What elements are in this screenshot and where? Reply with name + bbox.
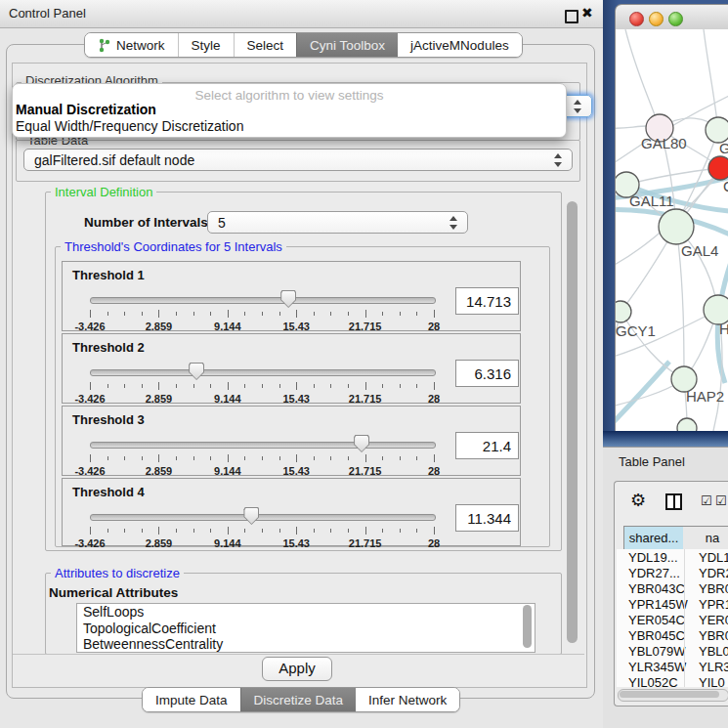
tab-cyni-toolbox[interactable]: Cyni Toolbox	[296, 33, 398, 57]
tick-mark	[107, 456, 108, 460]
slider-thumb[interactable]	[280, 290, 296, 308]
table-rows[interactable]: YDL19...YDL1YDR27...YDR2YBR043CYBR0YPR14…	[617, 549, 728, 687]
gear-icon[interactable]: ⚙	[630, 490, 646, 511]
tick-mark	[416, 384, 417, 388]
table-row[interactable]: YBR043CYBR0	[617, 580, 728, 596]
dropdown-option-manual[interactable]: Manual Discretization	[16, 102, 156, 117]
cell-shared-name: YBL079W	[628, 644, 686, 659]
column-header-name[interactable]: na	[683, 526, 728, 550]
split-columns-icon[interactable]	[665, 493, 682, 510]
scrollbar-thumb[interactable]	[620, 691, 719, 698]
slider-tick-labels: -3.4262.8599.14415.4321.71528	[90, 537, 434, 549]
table-data-combobox[interactable]: galFiltered.sif default node	[23, 149, 573, 171]
float-window-icon[interactable]	[565, 10, 578, 23]
tick-mark	[142, 312, 143, 316]
threshold-value-field[interactable]	[455, 432, 519, 459]
column-header-shared-name[interactable]: shared...	[623, 526, 684, 550]
threshold-panel: Threshold 2 -3.4262.8599.14415.4321.7152…	[62, 333, 521, 404]
table-row[interactable]: YDL19...YDL1	[617, 549, 728, 565]
table-row[interactable]: YDR27...YDR2	[617, 565, 728, 580]
tick-value-label: 15.43	[282, 537, 310, 549]
tick-mark	[262, 529, 263, 533]
slider-ticks	[90, 310, 434, 319]
attributes-group-label: Attributes to discretize	[51, 566, 184, 580]
slider-thumb[interactable]	[189, 363, 204, 380]
checkbox-icon[interactable]: ☑	[701, 493, 713, 508]
threshold-value-field[interactable]	[455, 360, 519, 387]
table-row[interactable]: YER054CYER0	[617, 612, 728, 627]
network-node-label: GCY1	[616, 322, 656, 339]
panel-vertical-scrollbar[interactable]	[567, 201, 578, 643]
tick-mark	[244, 529, 245, 533]
slider-track[interactable]	[90, 442, 436, 449]
table-row[interactable]: YBR045CYBR0	[617, 627, 728, 643]
network-node-gal4[interactable]	[659, 209, 694, 244]
network-view-canvas[interactable]: GAL80GCGAL11GAL4GCY1HHAP2	[615, 29, 728, 431]
tab-jactivemnodules[interactable]: jActiveMNodules	[398, 33, 522, 57]
tick-mark	[434, 382, 435, 390]
minimize-traffic-light-icon[interactable]	[649, 12, 664, 26]
slider-track[interactable]	[90, 297, 436, 304]
tick-mark	[416, 456, 417, 460]
threshold-slider[interactable]: -3.4262.8599.14415.4321.71528	[90, 364, 434, 401]
tab-style[interactable]: Style	[178, 33, 234, 57]
network-node-label: GAL80	[641, 135, 687, 151]
checkbox-icon[interactable]: ☑	[715, 493, 728, 508]
network-node-gcy1[interactable]	[616, 301, 631, 322]
tab-label: jActiveMNodules	[410, 38, 509, 53]
slider-ticks	[90, 527, 434, 535]
network-window-titlebar[interactable]	[615, 4, 728, 31]
dropdown-option-equal-width[interactable]: Equal Width/Frequency Discretization	[16, 118, 243, 134]
tick-mark	[142, 529, 143, 533]
tick-mark	[228, 454, 229, 462]
table-row[interactable]: YLR345WYLR3	[617, 659, 728, 674]
attribute-list-item[interactable]: TopologicalCoefficient	[77, 621, 535, 637]
attribute-list-item[interactable]: BetweennessCentrality	[77, 636, 535, 653]
bottom-tab-infer-network[interactable]: Infer Network	[356, 688, 459, 711]
tick-value-label: 15.43	[282, 465, 310, 477]
table-row[interactable]: YPR145WYPR1	[617, 596, 728, 612]
table-horizontal-scrollbar[interactable]	[618, 689, 728, 702]
threshold-slider[interactable]: -3.4262.8599.14415.4321.71528	[90, 436, 434, 473]
num-intervals-combobox[interactable]: 5	[207, 211, 468, 234]
slider-thumb[interactable]	[243, 507, 259, 525]
tick-mark	[124, 456, 125, 460]
cell-shared-name: YBR045C	[628, 628, 685, 643]
network-node-c[interactable]	[708, 156, 728, 180]
tick-value-label: -3.426	[74, 537, 105, 549]
table-row[interactable]: YIL052CYIL0	[617, 674, 728, 687]
tick-mark	[210, 312, 211, 316]
attribute-list-item[interactable]: SelfLoops	[77, 604, 535, 621]
slider-track[interactable]	[90, 369, 436, 376]
tick-mark	[90, 527, 91, 535]
numerical-attributes-list[interactable]: SelfLoopsTopologicalCoefficientBetweenne…	[76, 603, 535, 653]
network-edge	[625, 29, 660, 128]
network-node[interactable]	[677, 418, 697, 431]
tab-select[interactable]: Select	[234, 33, 297, 57]
threshold-value-field[interactable]	[455, 287, 519, 315]
apply-button[interactable]: Apply	[262, 657, 332, 681]
table-row[interactable]: YBL079WYBL0	[617, 643, 728, 659]
tick-value-label: 9.144	[214, 393, 241, 405]
slider-thumb[interactable]	[354, 435, 369, 452]
tab-network[interactable]: Network	[85, 33, 178, 57]
close-traffic-light-icon[interactable]	[629, 12, 644, 26]
app-root: Control Panel ✖ NetworkStyleSelectCyni T…	[0, 0, 728, 728]
zoom-traffic-light-icon[interactable]	[668, 12, 683, 26]
attribute-list-scrollbar[interactable]	[523, 605, 532, 648]
threshold-slider[interactable]: -3.4262.8599.14415.4321.71528	[90, 291, 434, 328]
slider-track[interactable]	[90, 514, 436, 521]
tick-mark	[210, 456, 211, 460]
tick-value-label: 9.144	[214, 537, 241, 549]
tick-mark	[142, 384, 143, 388]
bottom-tab-impute-data[interactable]: Impute Data	[143, 688, 240, 711]
tick-mark	[365, 527, 366, 535]
bottom-tab-discretize-data[interactable]: Discretize Data	[240, 688, 357, 711]
network-node-label: HAP2	[686, 388, 724, 405]
threshold-slider[interactable]: -3.4262.8599.14415.4321.71528	[90, 508, 434, 545]
tick-mark	[434, 454, 435, 462]
close-icon[interactable]: ✖	[581, 5, 593, 21]
threshold-value-field[interactable]	[455, 504, 519, 532]
tick-value-label: 2.859	[146, 393, 173, 405]
tick-mark	[90, 382, 91, 390]
